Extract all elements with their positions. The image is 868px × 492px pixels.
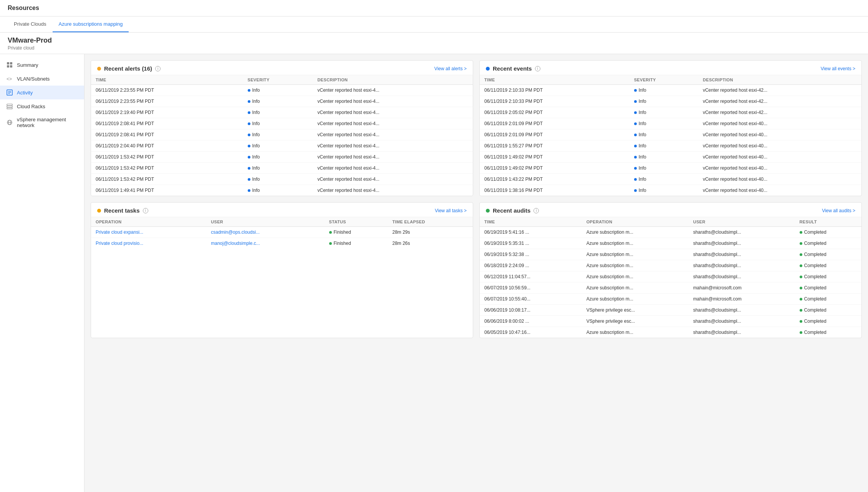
audit-operation: Azure subscription m... (582, 249, 689, 260)
tabs-bar: Private Clouds Azure subscriptions mappi… (0, 17, 868, 33)
tab-private-clouds[interactable]: Private Clouds (8, 17, 53, 32)
audit-operation: Azure subscription m... (582, 282, 689, 294)
table-row[interactable]: 06/11/2019 2:23:55 PM PDT Info vCenter r… (91, 85, 473, 96)
table-row[interactable]: 06/11/2019 1:53:42 PM PDT Info vCenter r… (91, 174, 473, 185)
alerts-info-icon[interactable]: i (155, 66, 161, 71)
tasks-info-icon[interactable]: i (143, 208, 148, 213)
event-severity: Info (629, 152, 698, 163)
audit-user: sharaths@cloudsimpl... (689, 227, 795, 238)
event-severity: Info (629, 174, 698, 185)
alerts-scroll[interactable]: TIME SEVERITY DESCRIPTION 06/11/2019 2:2… (91, 75, 473, 196)
audit-result: Completed (795, 271, 861, 282)
table-row[interactable]: Private cloud provisio... manoj@cloudsim… (91, 238, 473, 249)
table-row[interactable]: 06/19/2019 5:32:38 ... Azure subscriptio… (480, 249, 861, 260)
audits-scroll[interactable]: TIME OPERATION USER RESULT 06/19/2019 5:… (480, 217, 861, 338)
event-description: vCenter reported host esxi-40... (698, 140, 861, 152)
task-user: csadmin@ops.cloudsi... (206, 227, 324, 238)
table-row[interactable]: 06/11/2019 2:10:33 PM PDT Info vCenter r… (480, 96, 861, 107)
tasks-col-op: OPERATION (91, 217, 206, 227)
table-row[interactable]: 06/11/2019 1:55:27 PM PDT Info vCenter r… (480, 140, 861, 152)
table-row[interactable]: 06/07/2019 10:56:59... Azure subscriptio… (480, 282, 861, 294)
table-row[interactable]: 06/11/2019 2:19:40 PM PDT Info vCenter r… (91, 107, 473, 118)
view-all-audits-link[interactable]: View all audits > (822, 208, 855, 213)
tasks-scroll[interactable]: OPERATION USER STATUS TIME ELAPSED Priva… (91, 217, 473, 249)
audit-time: 06/06/2019 10:08:17... (480, 305, 582, 316)
tab-azure-subscriptions[interactable]: Azure subscriptions mapping (53, 17, 129, 32)
view-all-tasks-link[interactable]: View all tasks > (435, 208, 467, 213)
tasks-title: Recent tasks (104, 207, 140, 214)
alert-severity: Info (243, 140, 313, 152)
table-row[interactable]: 06/11/2019 2:10:33 PM PDT Info vCenter r… (480, 85, 861, 96)
table-row[interactable]: 06/11/2019 2:01:09 PM PDT Info vCenter r… (480, 118, 861, 129)
svg-text:<>: <> (7, 76, 12, 82)
table-row[interactable]: 06/11/2019 1:53:42 PM PDT Info vCenter r… (91, 152, 473, 163)
sidebar: Summary <> VLAN/Subnets Activity Cloud R… (0, 54, 84, 492)
table-row[interactable]: 06/11/2019 1:49:41 PM PDT Info vCenter r… (91, 185, 473, 196)
alert-time: 06/11/2019 1:53:42 PM PDT (91, 174, 243, 185)
audit-result: Completed (795, 282, 861, 294)
audits-info-icon[interactable]: i (533, 208, 539, 213)
page-title: Resources (8, 5, 39, 11)
alert-time: 06/11/2019 1:49:41 PM PDT (91, 185, 243, 196)
view-all-alerts-link[interactable]: View all alerts > (434, 66, 467, 71)
sidebar-item-activity[interactable]: Activity (0, 86, 84, 99)
sidebar-item-vlan[interactable]: <> VLAN/Subnets (0, 72, 84, 86)
alert-time: 06/11/2019 2:19:40 PM PDT (91, 107, 243, 118)
event-description: vCenter reported host esxi-40... (698, 129, 861, 140)
audits-col-time: TIME (480, 217, 582, 227)
table-row[interactable]: 06/11/2019 1:49:02 PM PDT Info vCenter r… (480, 163, 861, 174)
table-row[interactable]: 06/11/2019 1:43:22 PM PDT Info vCenter r… (480, 174, 861, 185)
events-scroll[interactable]: TIME SEVERITY DESCRIPTION 06/11/2019 2:1… (480, 75, 861, 196)
audit-result: Completed (795, 327, 861, 338)
event-description: vCenter reported host esxi-40... (698, 152, 861, 163)
table-row[interactable]: 06/18/2019 2:24:09 ... Azure subscriptio… (480, 260, 861, 271)
event-description: vCenter reported host esxi-40... (698, 174, 861, 185)
event-description: vCenter reported host esxi-42... (698, 96, 861, 107)
audits-col-result: RESULT (795, 217, 861, 227)
table-row[interactable]: 06/07/2019 10:55:40... Azure subscriptio… (480, 294, 861, 305)
table-row[interactable]: 06/19/2019 5:35:31 ... Azure subscriptio… (480, 238, 861, 249)
audit-user: sharaths@cloudsimpl... (689, 238, 795, 249)
sidebar-item-vsphere[interactable]: vSphere management network (0, 113, 84, 132)
table-row[interactable]: 06/06/2019 8:00:02 ... VSphere privilege… (480, 316, 861, 327)
table-row[interactable]: 06/05/2019 10:47:16... Azure subscriptio… (480, 327, 861, 338)
alert-severity: Info (243, 129, 313, 140)
alert-description: vCenter reported host esxi-4... (313, 174, 473, 185)
table-row[interactable]: 06/11/2019 2:23:55 PM PDT Info vCenter r… (91, 96, 473, 107)
table-row[interactable]: 06/11/2019 2:05:02 PM PDT Info vCenter r… (480, 107, 861, 118)
alert-description: vCenter reported host esxi-4... (313, 185, 473, 196)
events-table: TIME SEVERITY DESCRIPTION 06/11/2019 2:1… (480, 75, 861, 196)
svg-rect-3 (10, 65, 12, 68)
event-description: vCenter reported host esxi-40... (698, 163, 861, 174)
sidebar-item-cloud-racks[interactable]: Cloud Racks (0, 99, 84, 113)
table-row[interactable]: 06/12/2019 11:04:57... Azure subscriptio… (480, 271, 861, 282)
event-severity: Info (629, 96, 698, 107)
table-row[interactable]: 06/11/2019 1:49:02 PM PDT Info vCenter r… (480, 152, 861, 163)
table-row[interactable]: 06/11/2019 1:38:16 PM PDT Info vCenter r… (480, 185, 861, 196)
cloud-name: VMware-Prod (8, 36, 860, 45)
table-row[interactable]: 06/19/2019 5:41:16 ... Azure subscriptio… (480, 227, 861, 238)
event-description: vCenter reported host esxi-42... (698, 107, 861, 118)
table-row[interactable]: 06/11/2019 2:08:41 PM PDT Info vCenter r… (91, 129, 473, 140)
view-all-events-link[interactable]: View all events > (821, 66, 855, 71)
events-info-icon[interactable]: i (535, 66, 540, 71)
table-row[interactable]: 06/11/2019 2:08:41 PM PDT Info vCenter r… (91, 118, 473, 129)
tasks-panel: Recent tasks i View all tasks > OPERATIO… (91, 202, 473, 338)
audit-operation: Azure subscription m... (582, 260, 689, 271)
table-row[interactable]: 06/06/2019 10:08:17... VSphere privilege… (480, 305, 861, 316)
event-severity: Info (629, 129, 698, 140)
table-row[interactable]: Private cloud expansi... csadmin@ops.clo… (91, 227, 473, 238)
table-row[interactable]: 06/11/2019 1:53:42 PM PDT Info vCenter r… (91, 163, 473, 174)
audit-user: sharaths@cloudsimpl... (689, 327, 795, 338)
audit-time: 06/05/2019 10:47:16... (480, 327, 582, 338)
tasks-panel-header: Recent tasks i View all tasks > (91, 203, 473, 217)
sidebar-item-summary[interactable]: Summary (0, 58, 84, 72)
table-row[interactable]: 06/11/2019 2:04:40 PM PDT Info vCenter r… (91, 140, 473, 152)
alert-severity: Info (243, 85, 313, 96)
bottom-panels-row: Recent tasks i View all tasks > OPERATIO… (91, 202, 862, 338)
event-description: vCenter reported host esxi-40... (698, 118, 861, 129)
audits-table: TIME OPERATION USER RESULT 06/19/2019 5:… (480, 217, 861, 338)
audit-result: Completed (795, 294, 861, 305)
audit-user: sharaths@cloudsimpl... (689, 260, 795, 271)
table-row[interactable]: 06/11/2019 2:01:09 PM PDT Info vCenter r… (480, 129, 861, 140)
